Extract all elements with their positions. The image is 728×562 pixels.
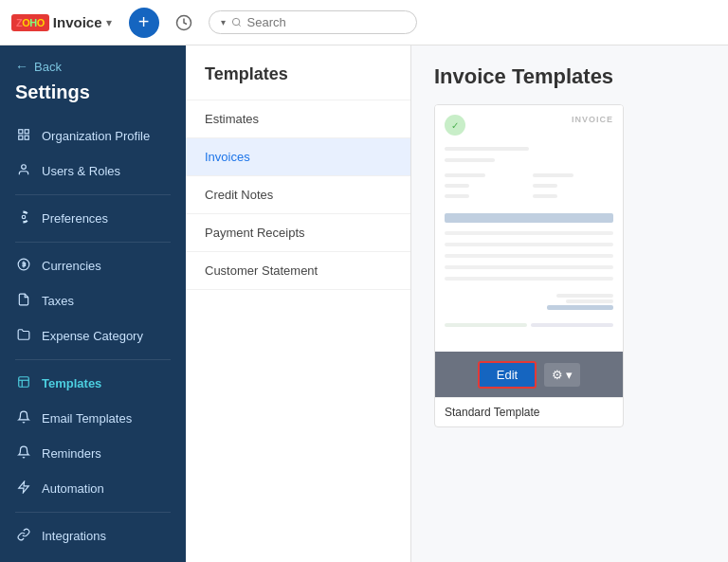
org-profile-icon bbox=[15, 128, 32, 144]
templates-icon bbox=[15, 375, 32, 391]
sidebar-divider bbox=[15, 194, 171, 195]
preview-table-row bbox=[445, 277, 613, 281]
main-layout: ← Back Settings Organization Profile Use… bbox=[0, 45, 728, 562]
back-label: Back bbox=[34, 60, 62, 74]
preview-table-row bbox=[445, 231, 613, 235]
sidebar-item-label: Expense Category bbox=[42, 329, 143, 343]
sidebar-item-automation[interactable]: Automation bbox=[0, 471, 186, 506]
sidebar-item-label: Currencies bbox=[42, 259, 101, 273]
preferences-icon bbox=[15, 210, 32, 227]
search-input[interactable] bbox=[247, 15, 405, 29]
add-button[interactable]: + bbox=[129, 8, 159, 38]
preview-addr-block bbox=[445, 172, 613, 200]
sidebar-item-label: Reminders bbox=[42, 446, 101, 461]
users-roles-icon bbox=[15, 163, 32, 179]
middle-nav-payment-receipts[interactable]: Payment Receipts bbox=[186, 214, 410, 252]
preview-table-row bbox=[445, 254, 613, 258]
middle-nav-estimates[interactable]: Estimates bbox=[186, 100, 410, 138]
svg-rect-5 bbox=[25, 136, 28, 139]
sidebar-item-label: Users & Roles bbox=[42, 164, 120, 178]
svg-rect-4 bbox=[25, 130, 28, 134]
zoho-logo: ZOHO bbox=[11, 14, 49, 31]
svg-rect-6 bbox=[19, 136, 23, 139]
sidebar-item-label: Automation bbox=[42, 481, 104, 496]
gear-dropdown-icon: ▾ bbox=[566, 368, 573, 382]
sidebar-item-integrations[interactable]: Integrations bbox=[0, 518, 186, 553]
sidebar-item-expense-category[interactable]: Expense Category bbox=[0, 318, 186, 354]
history-button[interactable] bbox=[169, 8, 199, 38]
taxes-icon bbox=[15, 293, 32, 309]
main-content: Invoice Templates ✓ INVOICE bbox=[411, 45, 728, 562]
svg-line-2 bbox=[238, 25, 240, 27]
template-preview: ✓ INVOICE bbox=[435, 105, 623, 352]
svg-point-1 bbox=[232, 18, 239, 25]
template-card: ✓ INVOICE bbox=[434, 104, 624, 427]
svg-rect-10 bbox=[19, 377, 29, 388]
preview-table-header bbox=[445, 213, 613, 223]
sidebar-item-org-profile[interactable]: Organization Profile bbox=[0, 118, 186, 154]
automation-icon bbox=[15, 480, 32, 497]
sidebar-item-templates[interactable]: Templates bbox=[0, 366, 186, 401]
svg-point-7 bbox=[22, 165, 27, 170]
sidebar-item-email-templates[interactable]: Email Templates bbox=[0, 401, 186, 436]
middle-nav-credit-notes[interactable]: Credit Notes bbox=[186, 176, 410, 214]
brand-name: Invoice bbox=[53, 14, 102, 30]
preview-invoice-label: INVOICE bbox=[572, 115, 613, 124]
sidebar-divider-2 bbox=[15, 242, 171, 243]
middle-nav-customer-statement[interactable]: Customer Statement bbox=[186, 252, 410, 290]
currencies-icon bbox=[15, 258, 32, 274]
top-nav: ZOHO Invoice ▾ + ▾ bbox=[0, 0, 728, 45]
integrations-icon bbox=[15, 528, 32, 544]
gear-icon: ⚙ bbox=[552, 368, 563, 382]
back-button[interactable]: ← Back bbox=[0, 45, 186, 82]
preview-logo: ✓ bbox=[445, 115, 465, 136]
sidebar-item-label: Templates bbox=[42, 376, 101, 390]
sidebar-item-label: Taxes bbox=[42, 294, 74, 308]
sidebar-item-reminders[interactable]: Reminders bbox=[0, 436, 186, 471]
sidebar-item-label: Organization Profile bbox=[42, 129, 150, 143]
sidebar-item-preferences[interactable]: Preferences bbox=[0, 201, 186, 236]
search-icon bbox=[231, 16, 242, 28]
settings-title: Settings bbox=[0, 82, 186, 118]
preview-header: ✓ INVOICE bbox=[445, 115, 613, 136]
preview-table-row bbox=[445, 265, 613, 269]
content-title: Invoice Templates bbox=[411, 45, 728, 104]
preview-table-row bbox=[445, 243, 613, 246]
preview-footer-lines bbox=[445, 321, 613, 329]
templates-grid: ✓ INVOICE bbox=[411, 104, 728, 562]
middle-nav-invoices[interactable]: Invoices bbox=[186, 138, 410, 176]
email-templates-icon bbox=[15, 410, 32, 426]
sidebar-item-users-roles[interactable]: Users & Roles bbox=[0, 154, 186, 189]
template-label: Standard Template bbox=[435, 397, 623, 426]
preview-line bbox=[445, 158, 495, 162]
middle-panel-title: Templates bbox=[186, 45, 410, 100]
expense-category-icon bbox=[15, 328, 32, 344]
sidebar: ← Back Settings Organization Profile Use… bbox=[0, 45, 186, 562]
preview-total-area bbox=[445, 294, 613, 310]
edit-button[interactable]: Edit bbox=[478, 361, 537, 389]
sidebar-divider-3 bbox=[15, 359, 171, 360]
svg-marker-13 bbox=[19, 481, 29, 493]
gear-button[interactable]: ⚙ ▾ bbox=[544, 363, 580, 387]
sidebar-item-label: Email Templates bbox=[42, 411, 132, 426]
logo-area: ZOHO Invoice ▾ bbox=[11, 14, 112, 31]
search-bar[interactable]: ▾ bbox=[209, 10, 417, 34]
sidebar-item-taxes[interactable]: Taxes bbox=[0, 283, 186, 318]
svg-rect-3 bbox=[19, 130, 23, 134]
preview-line bbox=[445, 147, 529, 151]
middle-panel: Templates Estimates Invoices Credit Note… bbox=[186, 45, 411, 562]
sidebar-item-label: Integrations bbox=[42, 529, 106, 543]
search-dropdown-icon[interactable]: ▾ bbox=[221, 17, 226, 27]
back-arrow-icon: ← bbox=[15, 59, 28, 74]
sidebar-divider-4 bbox=[15, 512, 171, 513]
sidebar-item-currencies[interactable]: Currencies bbox=[0, 248, 186, 283]
sidebar-item-label: Preferences bbox=[42, 211, 108, 226]
brand-dropdown-icon[interactable]: ▾ bbox=[106, 16, 112, 29]
reminders-icon bbox=[15, 445, 32, 462]
svg-point-8 bbox=[22, 215, 26, 219]
template-actions: Edit ⚙ ▾ bbox=[435, 352, 623, 397]
